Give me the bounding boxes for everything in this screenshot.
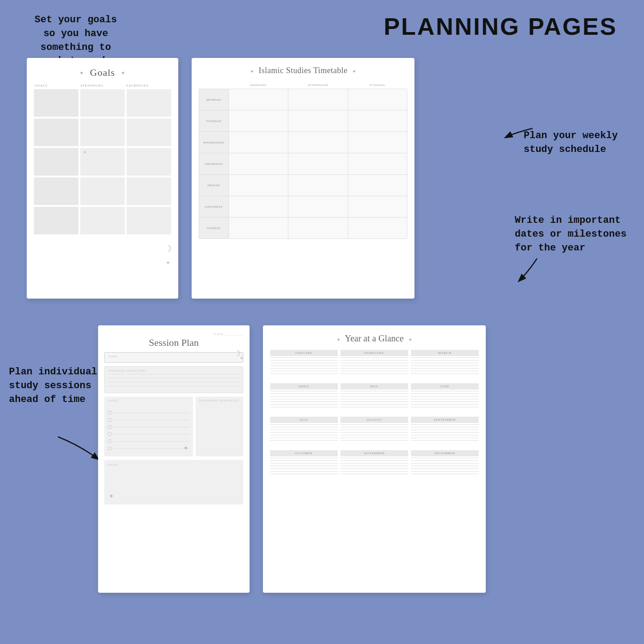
month-line (270, 391, 338, 391)
month-lines-august (340, 424, 408, 441)
goals-cell-5-3 (127, 207, 171, 234)
month-line (270, 427, 338, 427)
year-month-november: NOVEMBER (340, 450, 408, 476)
month-lines-december (411, 458, 479, 474)
check-row-1 (108, 411, 189, 414)
topic-label: TOPIC (108, 355, 239, 358)
year-quarter-3: JULYAUGUSTSEPTEMBER (270, 417, 479, 443)
goals-cell-2-1 (34, 119, 78, 146)
month-line (411, 402, 479, 402)
month-line (270, 399, 338, 399)
month-line (340, 404, 408, 405)
month-line (270, 373, 338, 374)
check-row-5 (108, 439, 189, 443)
timetable-cell-4-3 (348, 153, 407, 175)
goals-cell-4-2 (80, 177, 125, 205)
goals-cell-4-3 (127, 177, 171, 205)
year-month-february: FEBRUARY (340, 350, 408, 376)
month-line (411, 471, 479, 472)
month-line (340, 471, 408, 472)
year-star-right: ✦ (408, 337, 412, 342)
timetable-day-sunday: SUNDAY (199, 217, 229, 239)
goals-cell-1-2 (80, 89, 125, 117)
month-line (340, 394, 408, 394)
tasks-checklist (108, 411, 189, 450)
timetable-grid: MORNING AFTERNOON EVENING MONDAYTUESDAYW… (199, 82, 407, 239)
month-line (340, 474, 408, 474)
month-line (411, 399, 479, 399)
timetable-cell-1-3 (348, 89, 407, 111)
month-line (411, 357, 479, 358)
month-label-september: SEPTEMBER (411, 417, 479, 423)
check-row-2 (108, 418, 189, 422)
timetable-cell-4-2 (288, 153, 348, 175)
notes-box: NOTES ✦ (104, 460, 243, 505)
goals-row-3: ✦ (34, 148, 171, 176)
goals-col-sacrifices: SACRIFICES (125, 84, 171, 87)
month-line (270, 360, 338, 361)
month-line (340, 440, 408, 441)
goals-cell-1-3 (127, 89, 171, 117)
year-month-january: JANUARY (270, 350, 338, 376)
month-line (340, 427, 408, 427)
month-line (270, 463, 338, 464)
month-line (411, 460, 479, 461)
topic-box: TOPIC (104, 352, 243, 363)
checkbox-3 (108, 425, 111, 429)
month-line (411, 427, 479, 427)
month-label-july: JULY (270, 417, 338, 423)
month-line (340, 458, 408, 458)
month-lines-september (411, 424, 479, 441)
month-line (411, 458, 479, 458)
timetable-cell-6-1 (229, 196, 288, 217)
timetable-cell-7-2 (288, 217, 348, 239)
month-lines-july (270, 424, 338, 441)
month-line (270, 363, 338, 363)
month-line (411, 468, 479, 469)
tasks-label: TASKS (108, 399, 189, 402)
session-title: Session Plan (104, 337, 243, 349)
page-title: PLANNING PAGES (384, 12, 617, 40)
timetable-row-6: SATURDAY (199, 196, 407, 217)
year-quarter-1: JANUARYFEBRUARYMARCH (270, 350, 479, 376)
month-line (270, 396, 338, 397)
month-line (411, 474, 479, 474)
month-lines-may (340, 391, 408, 407)
month-lines-june (411, 391, 479, 407)
timetable-row-7: SUNDAY (199, 217, 407, 239)
month-line (411, 394, 479, 394)
month-label-february: FEBRUARY (340, 350, 408, 356)
checkbox-1 (108, 411, 111, 414)
timetable-cell-3-1 (229, 132, 288, 153)
year-card: ✦ Year at a Glance ✦ JANUARYFEBRUARYMARC… (263, 325, 486, 593)
goals-row-5 (34, 207, 171, 234)
month-line (340, 360, 408, 361)
year-month-june: JUNE (411, 383, 479, 410)
month-line (270, 424, 338, 425)
goals-cell-2-2 (80, 119, 125, 146)
month-line (270, 466, 338, 466)
month-label-june: JUNE (411, 383, 479, 390)
month-label-december: DECEMBER (411, 450, 479, 456)
month-line (411, 407, 479, 407)
star-right: ✦ (121, 70, 126, 76)
month-line (411, 430, 479, 430)
goals-row-2 (34, 119, 171, 146)
month-line (340, 371, 408, 371)
small-star-goals: ✦ (166, 260, 170, 267)
goals-cell-5-1 (34, 207, 78, 234)
month-lines-february (340, 357, 408, 374)
month-label-august: AUGUST (340, 417, 408, 423)
month-line (411, 424, 479, 425)
session-small-star: ✦ (240, 356, 243, 361)
month-line (340, 396, 408, 397)
month-line (270, 468, 338, 469)
month-label-november: NOVEMBER (340, 450, 408, 456)
month-line (411, 466, 479, 466)
resources-box: NECESSARY RESOURCES (196, 397, 243, 456)
annotation-bottom-left: Plan individual study sessions ahead of … (9, 365, 98, 406)
timetable-col-afternoon: AFTERNOON (288, 82, 348, 89)
timetable-card: ✦ Islamic Studies Timetable ✦ MORNING AF… (192, 58, 414, 299)
month-line (411, 440, 479, 441)
month-line (270, 365, 338, 366)
